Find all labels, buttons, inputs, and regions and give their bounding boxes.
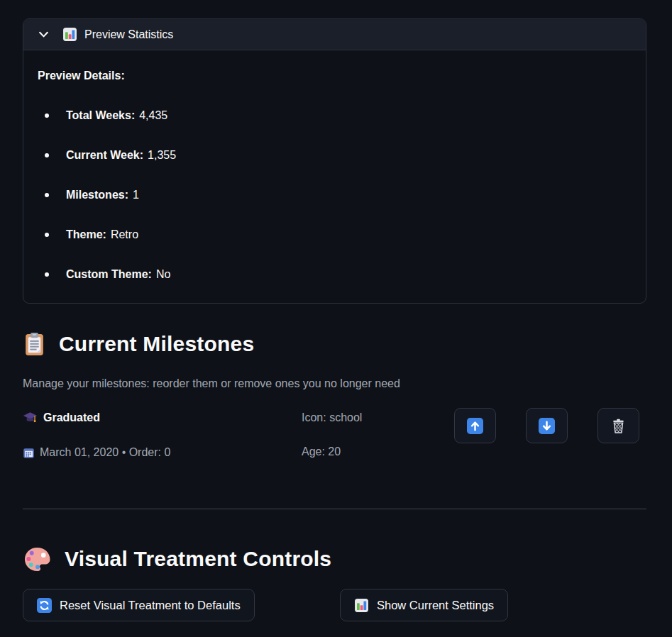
milestone-name: Graduated — [43, 408, 100, 427]
calendar-icon — [23, 447, 35, 459]
preview-details-list: Total Weeks: 4,435 Current Week: 1,355 M… — [38, 107, 632, 283]
stat-label: Current Week: — [66, 147, 143, 164]
bar-chart-icon — [354, 598, 369, 613]
controls-button-row: Reset Visual Treatment to Defaults Show … — [23, 589, 646, 621]
move-up-button[interactable] — [454, 408, 496, 443]
list-item: Theme: Retro — [38, 226, 632, 243]
trash-icon — [610, 418, 627, 434]
current-milestones-heading: Current Milestones — [23, 328, 646, 360]
stat-label: Milestones: — [66, 187, 128, 204]
main-content: Preview Statistics Preview Details: Tota… — [0, 0, 672, 636]
list-item: Total Weeks: 4,435 — [38, 107, 632, 124]
bullet-icon — [45, 113, 49, 118]
section-title: Current Milestones — [59, 328, 254, 360]
move-down-button[interactable] — [526, 408, 568, 443]
list-item: Current Week: 1,355 — [38, 147, 632, 164]
milestone-age-info: Age: 20 — [302, 443, 440, 460]
show-button-column: Show Current Settings — [340, 589, 657, 621]
stat-label: Theme: — [66, 226, 106, 243]
milestone-date-line: March 01, 2020 • Order: 0 — [23, 444, 302, 461]
stat-label: Custom Theme: — [66, 266, 152, 283]
preview-statistics-expander: Preview Statistics Preview Details: Tota… — [23, 18, 646, 304]
stat-label: Total Weeks: — [66, 107, 135, 124]
reset-visual-treatment-button[interactable]: Reset Visual Treatment to Defaults — [23, 589, 255, 621]
chevron-down-icon — [38, 28, 50, 40]
reset-button-column: Reset Visual Treatment to Defaults — [23, 589, 340, 621]
preview-statistics-expander-header[interactable]: Preview Statistics — [23, 19, 646, 50]
list-item: Custom Theme: No — [38, 266, 632, 283]
details-heading: Preview Details: — [38, 67, 632, 84]
stat-value: 4,435 — [139, 107, 167, 124]
show-current-settings-button[interactable]: Show Current Settings — [340, 589, 508, 621]
milestone-actions — [440, 408, 646, 443]
expander-body: Preview Details: Total Weeks: 4,435 Curr… — [23, 50, 646, 303]
refresh-icon — [37, 598, 52, 613]
bar-chart-icon — [62, 27, 77, 42]
palette-icon — [23, 546, 52, 572]
button-label: Reset Visual Treatment to Defaults — [60, 599, 241, 612]
list-item: Milestones: 1 — [38, 187, 632, 204]
section-divider — [23, 509, 646, 509]
bullet-icon — [45, 233, 49, 237]
bullet-icon — [45, 153, 49, 157]
bullet-icon — [45, 193, 49, 197]
graduation-cap-icon — [23, 411, 38, 425]
milestone-date-order: March 01, 2020 • Order: 0 — [40, 444, 170, 461]
milestone-name-line: Graduated — [23, 408, 302, 427]
stat-value: 1 — [133, 187, 139, 204]
delete-milestone-button[interactable] — [597, 408, 639, 443]
milestone-info-column: Graduated March 01, 2020 • Order: 0 — [23, 408, 302, 461]
up-arrow-icon — [467, 418, 483, 434]
button-label: Show Current Settings — [377, 599, 494, 612]
stat-value: Retro — [111, 226, 138, 243]
bullet-icon — [45, 272, 49, 277]
milestone-icon-info: Icon: school — [302, 409, 440, 426]
stat-value: 1,355 — [148, 147, 176, 164]
down-arrow-icon — [539, 418, 555, 434]
stat-value: No — [156, 266, 170, 283]
milestone-meta-column: Icon: school Age: 20 — [302, 408, 440, 460]
milestones-subtitle: Manage your milestones: reorder them or … — [23, 375, 646, 392]
clipboard-icon — [23, 332, 46, 357]
milestone-row: Graduated March 01, 2020 • Order: 0 — [23, 408, 646, 465]
section-title: Visual Treatment Controls — [65, 543, 331, 575]
visual-treatment-heading: Visual Treatment Controls — [23, 543, 646, 575]
expander-title: Preview Statistics — [84, 28, 173, 41]
